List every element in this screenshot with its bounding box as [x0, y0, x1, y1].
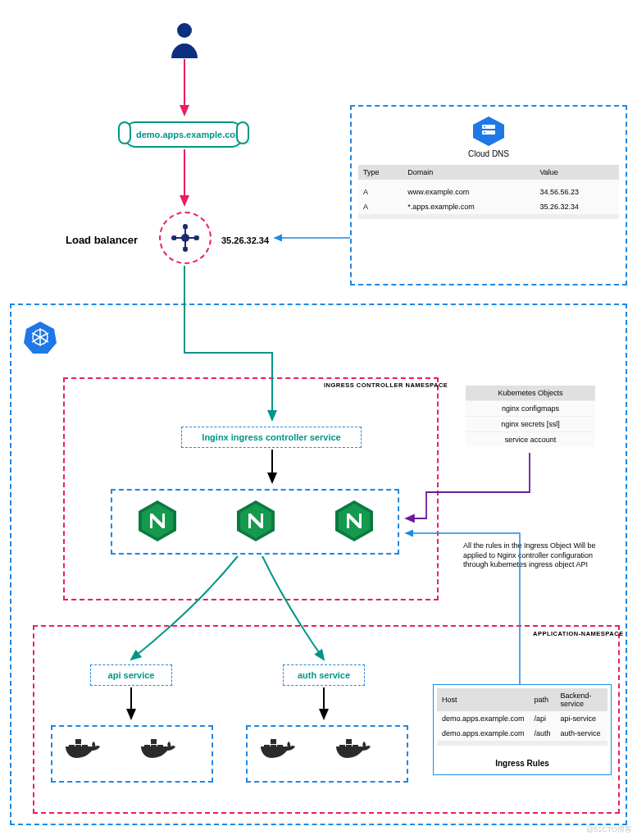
api-service-box: api service [90, 664, 172, 686]
cloud-dns-label: Cloud DNS [358, 149, 619, 158]
lb-label: Load balancer [66, 234, 138, 246]
table-row: demo.apps.example.com /api api-service [437, 711, 607, 726]
annotation-text: All the rules in the Ingress Object Will… [463, 541, 604, 570]
k8s-logo-icon [23, 320, 57, 354]
table-row: A *.apps.example.com 35.26.32.34 [358, 199, 619, 214]
docker-icon [334, 737, 375, 769]
dns-th-type: Type [358, 165, 403, 180]
dns-table: Type Domain Value A www.example.com 34.5… [358, 165, 619, 219]
watermark: @51CTO博客 [586, 824, 632, 835]
svg-point-0 [177, 23, 192, 38]
svg-point-11 [484, 126, 485, 128]
lb-icon [169, 221, 202, 254]
table-row: A www.example.com 34.56.56.23 [358, 185, 619, 199]
user-icon [168, 21, 201, 58]
nginx-icon [234, 499, 278, 543]
ingress-service-box: Inginx ingress controller service [181, 427, 362, 448]
kobj-row: service account [466, 431, 595, 447]
cloud-dns-icon [470, 115, 507, 148]
kobj-row: nginx secrets [ssl] [466, 416, 595, 431]
kobj-header: Kubernetes Objects [466, 386, 595, 400]
dns-th-value: Value [535, 165, 619, 180]
svg-rect-38 [271, 739, 276, 744]
ingress-ns-label: INGRESS CONTROLLER NAMESPACE [324, 381, 448, 389]
domain-text: demo.apps.example.com [136, 130, 243, 139]
table-row: demo.apps.example.com /auth auth-service [437, 726, 607, 741]
svg-rect-7 [175, 237, 195, 239]
ingress-rules-title: Ingress Rules [437, 756, 607, 771]
svg-rect-30 [75, 739, 81, 744]
cloud-dns-panel: Cloud DNS Type Domain Value A www.exampl… [350, 105, 627, 285]
lb-ip: 35.26.32.34 [221, 235, 269, 245]
docker-icon [259, 737, 300, 769]
kobj-row: nginx configmaps [466, 400, 595, 416]
docker-icon [64, 737, 105, 769]
ingress-rules-table: Host path Backend-service demo.apps.exam… [437, 688, 607, 746]
ingress-rules-panel: Host path Backend-service demo.apps.exam… [433, 684, 612, 775]
app-ns-label: APPLICATION-NAMESPACE [533, 630, 624, 637]
docker-icon [139, 737, 180, 769]
svg-point-12 [484, 132, 485, 134]
domain-node: demo.apps.example.com [123, 121, 244, 148]
svg-rect-42 [346, 739, 352, 744]
dns-th-domain: Domain [403, 165, 535, 180]
k8s-objects-panel: Kubernetes Objects nginx configmaps ngin… [466, 386, 595, 447]
auth-service-box: auth service [283, 664, 365, 686]
table-row [358, 214, 619, 219]
svg-rect-34 [151, 739, 157, 744]
nginx-icon [332, 499, 376, 543]
nginx-icon [135, 499, 180, 543]
